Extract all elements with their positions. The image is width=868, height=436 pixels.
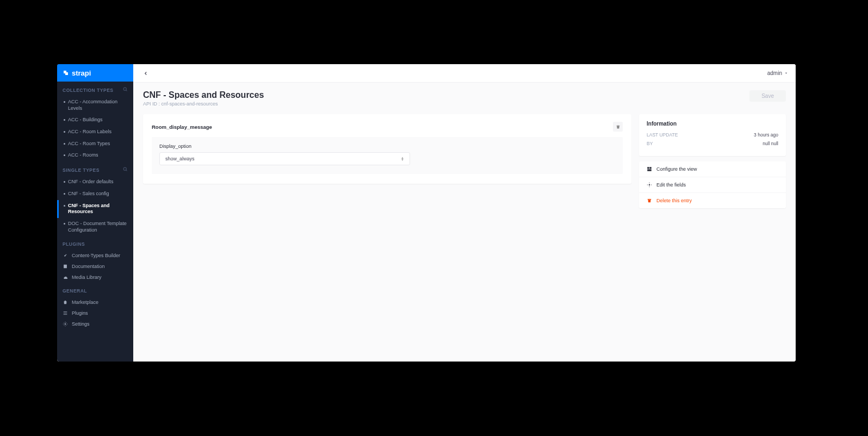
svg-line-1	[126, 90, 127, 91]
svg-rect-11	[647, 169, 652, 171]
svg-rect-6	[64, 313, 67, 314]
back-button[interactable]	[141, 68, 151, 78]
user-menu-label: admin	[767, 70, 782, 76]
field-label: Display_option	[159, 144, 615, 149]
edit-fields-button[interactable]: Edit the fields	[639, 177, 786, 193]
bag-icon	[63, 300, 68, 305]
save-button[interactable]: Save	[749, 90, 786, 102]
info-row-label: LAST UPDATE	[647, 132, 678, 138]
section-label: GENERAL	[63, 288, 87, 294]
action-label: Delete this entry	[656, 198, 692, 203]
list-icon	[63, 310, 68, 316]
sidebar-item-doc-template-config[interactable]: DOC - Document Template Configuration	[57, 218, 133, 236]
sidebar-item-label: DOC - Document Template Configuration	[68, 221, 128, 233]
caret-down-icon	[784, 71, 788, 75]
sidebar-item-acc-buildings[interactable]: ACC - Buildings	[57, 114, 133, 126]
page-title: CNF - Spaces and Resources	[143, 90, 264, 100]
sidebar-item-cnf-spaces-resources[interactable]: CNF - Spaces and Resources	[57, 200, 133, 218]
sidebar-item-label: Marketplace	[72, 300, 98, 305]
brush-icon	[63, 253, 68, 258]
sidebar-item-plugins[interactable]: Plugins	[57, 308, 133, 319]
info-row-value: 3 hours ago	[754, 132, 778, 138]
info-row-label: BY	[647, 141, 653, 146]
action-label: Configure the view	[656, 166, 697, 172]
svg-rect-9	[647, 167, 649, 169]
chevron-left-icon	[143, 71, 148, 76]
component-title: Room_display_message	[152, 124, 212, 130]
delete-component-button[interactable]	[613, 122, 623, 132]
info-card-title: Information	[647, 121, 778, 127]
sidebar-item-acc-accommodation-levels[interactable]: ACC - Accommodation Levels	[57, 96, 133, 114]
topbar: admin	[133, 64, 796, 83]
panel-inner: Display_option show_always ▲▼	[152, 137, 623, 174]
section-header-collection-types: COLLECTION TYPES	[57, 82, 133, 96]
sidebar-item-cnf-sales-config[interactable]: CNF - Sales config	[57, 188, 133, 200]
sidebar-item-settings[interactable]: Settings	[57, 319, 133, 329]
section-label: SINGLE TYPES	[63, 167, 100, 173]
search-icon[interactable]	[123, 167, 128, 173]
section-header-general: GENERAL	[57, 283, 133, 297]
search-icon[interactable]	[123, 87, 128, 93]
svg-rect-5	[64, 312, 67, 312]
sidebar-item-label: ACC - Buildings	[68, 117, 103, 123]
sidebar-item-acc-room-types[interactable]: ACC - Room Types	[57, 138, 133, 150]
scrollbar[interactable]	[794, 216, 796, 282]
sidebar-item-content-types-builder[interactable]: Content-Types Builder	[57, 250, 133, 261]
content-body: Room_display_message Display_option show…	[133, 111, 796, 211]
display-option-select[interactable]: show_always ▲▼	[159, 152, 410, 165]
content-header: CNF - Spaces and Resources API ID : cnf-…	[133, 83, 796, 111]
book-icon	[63, 264, 68, 269]
section-header-single-types: SINGLE TYPES	[57, 161, 133, 176]
sidebar-item-label: ACC - Accommodation Levels	[68, 99, 128, 111]
configure-view-button[interactable]: Configure the view	[639, 161, 786, 177]
svg-line-3	[126, 170, 127, 171]
sidebar-item-acc-room-labels[interactable]: ACC - Room Labels	[57, 126, 133, 138]
select-value: show_always	[165, 156, 195, 161]
delete-entry-button[interactable]: Delete this entry	[639, 193, 786, 208]
app-window: strapi COLLECTION TYPES ACC - Accommodat…	[57, 64, 796, 362]
title-block: CNF - Spaces and Resources API ID : cnf-…	[143, 90, 264, 107]
info-row-value: null null	[762, 141, 778, 146]
brand-text: strapi	[72, 69, 91, 77]
sidebar-item-label: CNF - Spaces and Resources	[68, 203, 128, 215]
panel-header: Room_display_message	[152, 122, 623, 132]
sidebar-item-label: Documentation	[72, 264, 105, 269]
cloud-icon	[63, 275, 68, 280]
sidebar-item-label: ACC - Rooms	[68, 152, 98, 159]
sidebar-item-cnf-order-defaults[interactable]: CNF - Order defaults	[57, 176, 133, 188]
svg-point-12	[649, 184, 650, 186]
sidebar-item-documentation[interactable]: Documentation	[57, 261, 133, 272]
sidebar-item-label: ACC - Room Types	[68, 141, 110, 147]
user-menu[interactable]: admin	[767, 70, 788, 76]
info-row-by: BY null null	[647, 141, 778, 146]
svg-rect-10	[649, 167, 651, 169]
svg-point-2	[123, 167, 126, 170]
api-id-label: API ID : cnf-spaces-and-resources	[143, 101, 264, 107]
sidebar-item-label: CNF - Sales config	[68, 191, 109, 197]
gear-icon	[63, 321, 68, 327]
svg-rect-7	[64, 314, 67, 315]
sidebar: strapi COLLECTION TYPES ACC - Accommodat…	[57, 64, 133, 362]
sidebar-item-label: ACC - Room Labels	[68, 129, 111, 135]
sidebar-item-media-library[interactable]: Media Library	[57, 272, 133, 283]
svg-rect-4	[64, 265, 67, 269]
sidebar-item-acc-rooms[interactable]: ACC - Rooms	[57, 150, 133, 161]
gear-icon	[647, 182, 652, 188]
sidebar-item-label: Plugins	[72, 310, 88, 316]
sidebar-item-label: Settings	[72, 321, 90, 327]
select-caret-icon: ▲▼	[401, 157, 404, 161]
trash-icon	[647, 198, 652, 203]
svg-point-0	[123, 88, 126, 90]
section-header-plugins: PLUGINS	[57, 236, 133, 250]
trash-icon	[616, 124, 621, 129]
section-label: PLUGINS	[63, 241, 85, 247]
actions-card: Configure the view Edit the fields Delet…	[639, 161, 786, 208]
brand-logo[interactable]: strapi	[57, 64, 133, 82]
sidebar-item-marketplace[interactable]: Marketplace	[57, 297, 133, 308]
form-panel: Room_display_message Display_option show…	[143, 114, 631, 184]
info-card: Information LAST UPDATE 3 hours ago BY n…	[639, 114, 786, 156]
right-column: Information LAST UPDATE 3 hours ago BY n…	[639, 114, 786, 208]
sidebar-item-label: Content-Types Builder	[72, 253, 120, 258]
action-label: Edit the fields	[656, 182, 686, 188]
svg-point-8	[65, 323, 66, 325]
